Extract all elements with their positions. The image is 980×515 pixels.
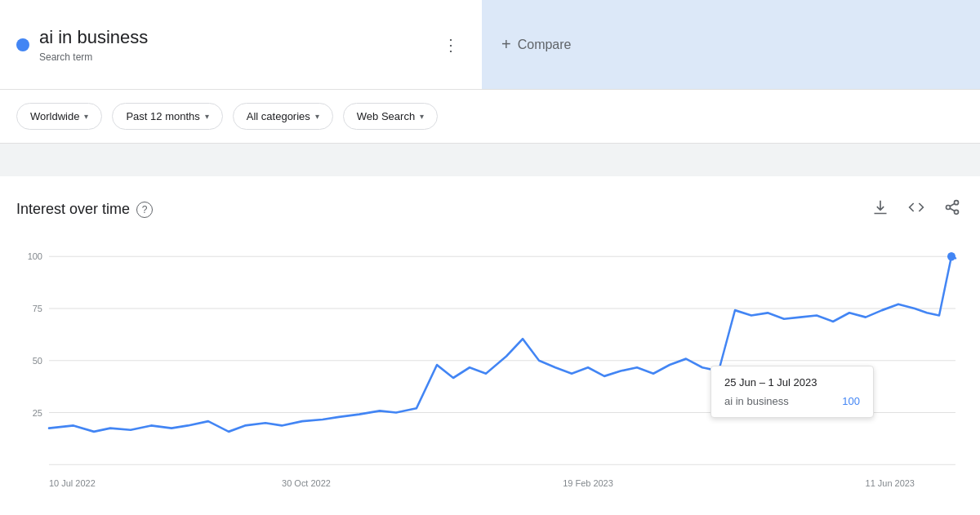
svg-text:50: 50 [33, 356, 42, 366]
category-filter-button[interactable]: All categories ▾ [233, 103, 333, 130]
tooltip-date: 25 Jun – 1 Jul 2023 [724, 376, 860, 388]
region-chevron-icon: ▾ [84, 112, 88, 121]
term-color-dot [16, 38, 29, 51]
compare-button[interactable]: + Compare [501, 35, 572, 54]
help-icon[interactable]: ? [136, 202, 153, 218]
chart-header: Interest over time ? [16, 196, 964, 223]
share-button[interactable] [941, 196, 964, 223]
svg-point-0 [955, 201, 959, 205]
chart-actions [869, 196, 964, 223]
gray-band [0, 144, 980, 176]
region-filter-label: Worldwide [30, 110, 79, 122]
category-chevron-icon: ▾ [315, 112, 319, 121]
embed-button[interactable] [905, 196, 928, 223]
search-term-card: ai in business Search term ⋮ [0, 0, 482, 89]
svg-line-4 [950, 203, 955, 206]
search-type-filter-button[interactable]: Web Search ▾ [343, 103, 438, 130]
tooltip-row: ai in business 100 [724, 395, 860, 407]
download-button[interactable] [869, 196, 892, 223]
svg-text:75: 75 [33, 304, 42, 313]
search-term-type: Search term [39, 51, 148, 63]
period-chevron-icon: ▾ [205, 112, 209, 121]
svg-text:10 Jul 2022: 10 Jul 2022 [49, 478, 96, 488]
search-term-text: ai in business Search term [39, 26, 148, 63]
svg-text:25: 25 [33, 407, 42, 417]
three-dot-icon: ⋮ [443, 35, 459, 55]
download-icon [872, 199, 889, 215]
svg-point-1 [947, 206, 951, 210]
chart-title-area: Interest over time ? [16, 201, 153, 218]
tooltip-value: 100 [842, 395, 860, 407]
svg-line-3 [950, 208, 955, 211]
chart-title: Interest over time [16, 201, 130, 218]
plus-icon: + [501, 35, 511, 54]
search-type-chevron-icon: ▾ [420, 112, 424, 121]
filters-bar: Worldwide ▾ Past 12 months ▾ All categor… [0, 90, 980, 144]
svg-text:19 Feb 2023: 19 Feb 2023 [563, 478, 613, 488]
chart-container: 100 75 50 25 10 Jul 2022 30 Oct 2022 19 … [16, 239, 964, 515]
top-bar: ai in business Search term ⋮ + Compare [0, 0, 980, 90]
embed-icon [908, 199, 924, 215]
search-type-filter-label: Web Search [357, 110, 415, 122]
svg-text:100: 100 [28, 251, 42, 261]
tooltip-box: 25 Jun – 1 Jul 2023 ai in business 100 [710, 366, 874, 418]
search-term-left: ai in business Search term [16, 26, 148, 63]
svg-point-18 [947, 252, 956, 261]
period-filter-button[interactable]: Past 12 months ▾ [112, 103, 222, 130]
share-icon [944, 199, 960, 215]
category-filter-label: All categories [247, 110, 310, 122]
region-filter-button[interactable]: Worldwide ▾ [16, 103, 102, 130]
svg-point-2 [955, 210, 959, 214]
compare-label: Compare [518, 38, 572, 52]
compare-section: + Compare [482, 0, 980, 89]
svg-text:30 Oct 2022: 30 Oct 2022 [282, 478, 331, 488]
search-term-title: ai in business [39, 26, 148, 50]
more-options-button[interactable]: ⋮ [436, 29, 466, 61]
svg-text:11 Jun 2023: 11 Jun 2023 [866, 478, 915, 488]
chart-section: Interest over time ? [0, 176, 980, 515]
tooltip-term: ai in business [724, 395, 789, 407]
period-filter-label: Past 12 months [126, 110, 199, 122]
